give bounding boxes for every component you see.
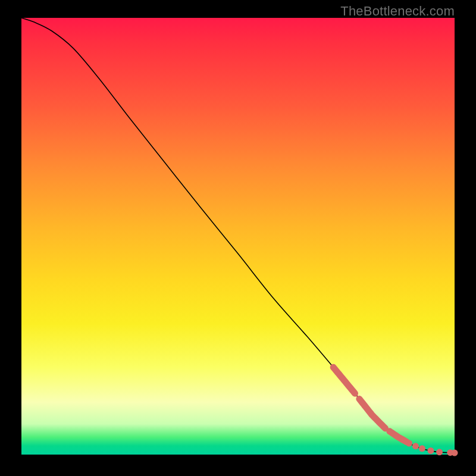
data-dot xyxy=(399,436,406,443)
watermark-text: TheBottleneck.com xyxy=(340,4,455,19)
data-dot xyxy=(436,449,443,455)
frame: TheBottleneck.com xyxy=(0,0,476,476)
highlight-segment xyxy=(359,399,386,428)
highlight-segment xyxy=(333,367,355,393)
data-dot xyxy=(412,443,419,449)
curve-line xyxy=(21,18,455,453)
data-dot xyxy=(406,440,412,447)
data-dot xyxy=(452,450,458,456)
highlight-group xyxy=(333,367,407,442)
chart-plot-area xyxy=(21,18,455,455)
data-dot xyxy=(419,445,425,452)
data-dot xyxy=(427,447,434,454)
chart-svg xyxy=(21,18,455,455)
